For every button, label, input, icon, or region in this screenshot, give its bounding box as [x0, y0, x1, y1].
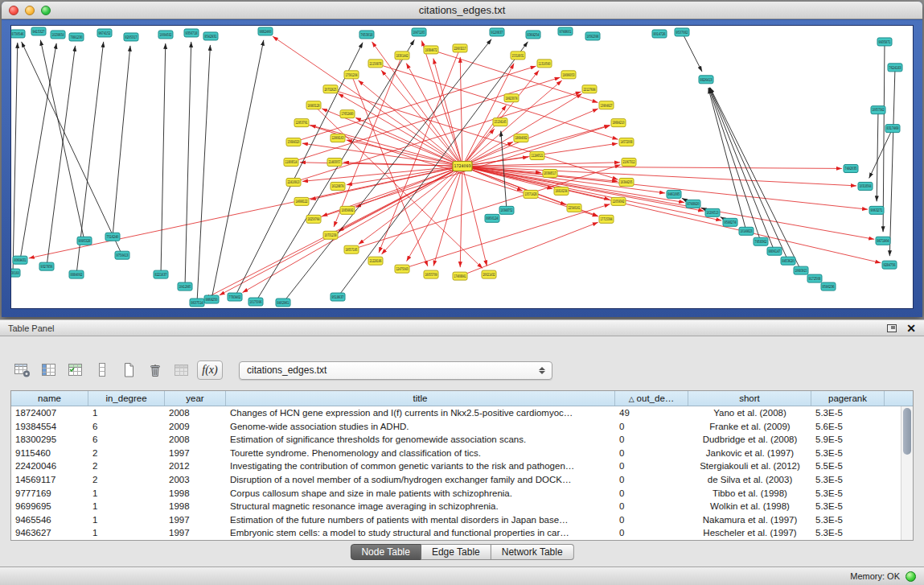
close-panel-icon[interactable]: ✕ — [906, 323, 916, 333]
graph-node[interactable]: 9063271 — [869, 206, 884, 214]
graph-node[interactable]: 8590236 — [821, 282, 836, 290]
graph-node[interactable]: 10530168 — [11, 269, 20, 277]
graph-node[interactable]: 17408841 — [453, 272, 467, 280]
graph-node[interactable]: 11246521 — [530, 152, 544, 160]
column-icon[interactable] — [91, 360, 113, 381]
graph-node[interactable]: 16983128 — [306, 101, 321, 109]
scrollbar-thumb[interactable] — [903, 408, 911, 455]
graph-node[interactable]: 10206513 — [705, 208, 720, 216]
graph-node[interactable]: 10094582 — [158, 31, 173, 39]
graph-node[interactable]: 19557195 — [344, 245, 359, 253]
graph-node[interactable]: 19384672 — [424, 46, 438, 54]
graph-node[interactable]: 9095328 — [77, 237, 92, 245]
tab-edge-table[interactable]: Edge Table — [421, 544, 491, 560]
graph-node[interactable]: 8014726 — [652, 30, 667, 38]
close-window-button[interactable] — [9, 6, 18, 15]
column-header-name[interactable]: name — [11, 391, 88, 406]
graph-node[interactable]: 10318564 — [858, 182, 873, 190]
graph-node[interactable]: 21150878 — [368, 60, 383, 68]
table-row[interactable]: 1938455462009Genome-wide association stu… — [11, 420, 901, 434]
graph-node[interactable]: 22410913 — [286, 178, 301, 186]
graph-node[interactable]: 8453620 — [781, 257, 795, 265]
graph-node[interactable]: 10562398 — [585, 32, 600, 40]
column-header-out_de[interactable]: △out_de… — [615, 391, 688, 406]
graph-node[interactable]: 7783402 — [228, 293, 242, 301]
graph-node[interactable]: 9748601 — [558, 27, 573, 35]
graph-node[interactable]: 10149823 — [739, 227, 754, 235]
function-builder-button[interactable]: f(x) — [197, 360, 223, 380]
window-titlebar[interactable]: citations_edges.txt — [2, 2, 922, 19]
graph-node[interactable]: 7492035 — [844, 165, 858, 173]
graph-node[interactable]: 18301442 — [395, 51, 409, 60]
graph-node[interactable]: 16344205 — [619, 178, 634, 186]
tab-node-table[interactable]: Node Table — [350, 544, 421, 560]
graph-node[interactable]: 9750413 — [115, 251, 129, 259]
graph-node[interactable]: 9327856 — [39, 262, 54, 270]
table-vertical-scrollbar[interactable] — [901, 406, 913, 540]
graph-node[interactable]: 8369254 — [526, 31, 540, 39]
graph-node[interactable]: 9935871 — [877, 38, 892, 46]
graph-node[interactable]: 8205317 — [124, 33, 138, 41]
graph-node[interactable]: 12908163 — [331, 134, 345, 142]
table-row[interactable]: 969969511998Structural magnetic resonanc… — [11, 500, 901, 513]
graph-node[interactable]: 18684210 — [611, 119, 626, 127]
graph-node[interactable]: 22127684 — [582, 85, 597, 93]
graph-node[interactable]: 7958362 — [754, 237, 768, 245]
table-row[interactable]: 1830029562008Estimation of significance … — [11, 433, 901, 447]
graph-node[interactable]: 9598274 — [723, 218, 737, 226]
graph-node[interactable]: 9882460 — [258, 27, 273, 35]
float-panel-icon[interactable] — [887, 324, 897, 332]
import-table-icon[interactable] — [170, 360, 192, 381]
zoom-window-button[interactable] — [41, 6, 51, 15]
graph-node[interactable]: 12475043 — [395, 265, 409, 273]
graph-node[interactable]: 1724093 — [453, 162, 472, 171]
graph-node[interactable]: 16129874 — [331, 182, 345, 190]
graph-node[interactable]: 15134145 — [493, 118, 507, 126]
graph-node[interactable]: 12059342 — [611, 197, 626, 205]
graph-node[interactable]: 7624183 — [888, 64, 902, 72]
graph-node[interactable]: 12953791 — [294, 119, 309, 127]
column-header-year[interactable]: year — [165, 391, 226, 406]
column-header-title[interactable]: title — [226, 391, 615, 406]
graph-node[interactable]: 10856692 — [340, 206, 355, 214]
citation-network-graph[interactable]: 1724093226032171938467218301442211508781… — [11, 26, 913, 308]
graph-node[interactable]: 10471265 — [412, 28, 426, 36]
graph-node[interactable]: 15684320 — [286, 138, 301, 146]
graph-node[interactable]: 9869250 — [204, 295, 219, 303]
graph-node[interactable]: 16810234 — [554, 187, 569, 195]
graph-node[interactable]: 20732625 — [323, 85, 338, 93]
column-header-short[interactable]: short — [688, 391, 811, 406]
graph-node[interactable]: 13904927 — [599, 101, 614, 109]
graph-node[interactable]: 19086053 — [561, 71, 576, 79]
graph-node[interactable]: 8402961 — [276, 299, 290, 307]
table-row[interactable]: 2242004622012Investigating the contribut… — [11, 459, 901, 473]
graph-node[interactable]: 9356718 — [184, 29, 199, 37]
graph-node[interactable]: 8069431 — [13, 256, 27, 264]
graph-node[interactable]: 8884092 — [69, 270, 84, 278]
graph-node[interactable]: 20398517 — [543, 169, 557, 177]
graph-node[interactable]: 17652480 — [340, 110, 355, 118]
table-row[interactable]: 1872400712008Changes of HCN gene express… — [11, 406, 901, 420]
network-canvas[interactable]: 1724093226032171938467218301442211508781… — [10, 25, 914, 309]
graph-node[interactable]: 7516240 — [105, 233, 120, 241]
graph-node[interactable]: 22540161 — [567, 204, 581, 212]
table-settings-icon[interactable] — [11, 360, 33, 381]
graph-node[interactable]: 21067312 — [622, 159, 636, 167]
graph-node[interactable]: 8317469 — [885, 125, 900, 133]
graph-node[interactable]: 10683915 — [794, 266, 808, 274]
graph-node[interactable]: 18694082 — [514, 134, 528, 142]
graph-node[interactable]: 7891230 — [69, 33, 84, 41]
graph-node[interactable]: 8730546 — [11, 30, 25, 38]
graph-node[interactable]: 18250764 — [306, 215, 321, 223]
minimize-window-button[interactable] — [25, 6, 35, 15]
graph-node[interactable]: 8221637 — [154, 270, 168, 278]
graph-node[interactable]: 19923074 — [504, 94, 519, 102]
table-row[interactable]: 911546021997Tourette syndrome. Phenomeno… — [11, 447, 901, 460]
graph-node[interactable]: 8671904 — [876, 237, 890, 245]
column-header-in_degree[interactable]: in_degree — [88, 391, 165, 406]
graph-node[interactable]: 21228186 — [368, 257, 383, 265]
graph-node[interactable]: 8748920 — [686, 200, 700, 208]
delete-icon[interactable] — [144, 360, 166, 381]
graph-node[interactable]: 20021432 — [482, 270, 496, 278]
graph-node[interactable]: 10175096 — [248, 298, 263, 306]
